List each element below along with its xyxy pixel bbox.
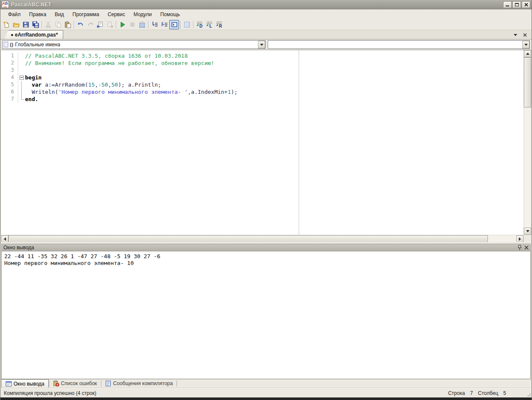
save-button[interactable] [21, 20, 31, 29]
tab-error-list[interactable]: Список ошибок [49, 379, 101, 388]
code-line[interactable]: 1// PascalABC.NET 3.3.5, сборка 1636 от … [1, 52, 524, 59]
tab-compiler-messages[interactable]: Сообщения компилятора [101, 379, 177, 388]
scroll-left-button[interactable] [1, 235, 8, 242]
code-line[interactable]: 3 [1, 67, 524, 74]
menu-file[interactable]: Файл [4, 10, 25, 19]
svg-text:B: B [5, 1, 8, 6]
page-forward-button[interactable] [105, 20, 115, 29]
vertical-scroll-thumb[interactable] [524, 57, 531, 107]
run-button[interactable] [118, 20, 127, 29]
tab-close-button[interactable] [521, 32, 528, 38]
code-line[interactable]: 5 var a:=ArrRandom(15,-50,50); a.Println… [1, 81, 524, 88]
horizontal-scroll-thumb[interactable] [8, 235, 488, 242]
step-into-icon [151, 21, 158, 28]
stop-button[interactable] [127, 20, 137, 29]
line-number: 1 [1, 52, 18, 59]
tab-output-window[interactable]: Окно вывода [1, 379, 49, 388]
array-r-button[interactable]: R [214, 20, 224, 29]
scroll-up-button[interactable] [524, 50, 531, 57]
chevron-down-icon [514, 34, 517, 36]
scope-page-icon [3, 42, 9, 48]
page-back-button[interactable] [95, 20, 105, 29]
scope-combobox[interactable]: {} Глобальные имена [2, 40, 266, 49]
step-over-button[interactable] [160, 20, 169, 29]
minimize-button[interactable] [503, 1, 512, 8]
console-toggle-button[interactable] [169, 20, 179, 29]
member-combobox[interactable] [268, 40, 530, 49]
code-text: var a:=ArrRandom(15,-50,50); a.Println; [25, 81, 161, 88]
scroll-down-button[interactable] [524, 228, 531, 235]
fold-margin [18, 59, 25, 67]
minimize-icon [506, 6, 509, 6]
code-lines[interactable]: 1// PascalABC.NET 3.3.5, сборка 1636 от … [1, 50, 524, 235]
step-into-button[interactable] [150, 20, 160, 29]
menu-view[interactable]: Вид [50, 10, 68, 19]
toolbar-separator [148, 21, 148, 28]
letter-d-icon: D [196, 21, 203, 28]
compile-button[interactable] [137, 20, 147, 29]
step-over-icon [161, 21, 168, 28]
cut-button[interactable] [43, 20, 53, 29]
line-number: 4 [1, 74, 18, 81]
resize-grip[interactable] [526, 392, 530, 396]
toolbar-separator [193, 21, 193, 28]
chevron-down-icon [260, 44, 263, 46]
fold-margin [18, 52, 25, 59]
close-button[interactable] [522, 1, 530, 8]
tab-list-dropdown-button[interactable] [512, 32, 519, 38]
bottom-edge [0, 397, 532, 400]
chevron-down-icon [524, 44, 528, 46]
save-all-button[interactable] [31, 20, 40, 29]
line-number: 2 [1, 59, 18, 67]
menu-service[interactable]: Сервис [104, 10, 129, 19]
maximize-button[interactable] [512, 1, 521, 8]
editor-vertical-scrollbar[interactable] [524, 50, 531, 235]
code-editor: 1// PascalABC.NET 3.3.5, сборка 1636 от … [1, 50, 531, 235]
scope-combobox-arrow-button[interactable] [258, 41, 265, 48]
open-folder-icon [13, 21, 20, 28]
error-list-icon [53, 380, 59, 386]
menu-help[interactable]: Помощь [156, 10, 184, 19]
pin-icon[interactable] [518, 245, 522, 250]
undo-button[interactable] [76, 20, 85, 29]
close-icon[interactable] [524, 245, 529, 250]
scroll-right-button[interactable] [516, 235, 524, 242]
output-window-icon [6, 381, 12, 387]
code-line[interactable]: 7end. [1, 96, 524, 103]
open-file-button[interactable] [11, 20, 21, 29]
menu-program[interactable]: Программа [68, 10, 104, 19]
redo-icon [87, 21, 94, 28]
compiler-messages-icon [105, 380, 112, 386]
app-window: A B .net PascalABC.NET Файл Правка Вид П… [0, 0, 532, 400]
fold-marker[interactable] [18, 74, 25, 81]
array-d-button[interactable]: D [195, 20, 204, 29]
paste-button[interactable] [63, 20, 73, 29]
save-icon [22, 21, 29, 28]
new-file-button[interactable] [1, 20, 11, 29]
copy-button[interactable] [53, 20, 63, 29]
menu-edit[interactable]: Правка [25, 10, 51, 19]
output-panel-title: Окно вывода [3, 245, 34, 251]
status-line-label: Строка [448, 390, 465, 396]
toolbar-separator [42, 21, 42, 28]
tab-earrrandom[interactable]: eArrRandom.pas* [4, 30, 63, 39]
editor-horizontal-scrollbar[interactable] [1, 235, 524, 242]
code-text: Writeln('Номер первого минимального элем… [25, 88, 238, 96]
editor-guide-line [299, 50, 299, 235]
arrow-down-icon [526, 230, 529, 232]
code-text: begin [25, 74, 42, 81]
code-line[interactable]: 4begin [1, 74, 524, 81]
new-file-icon [3, 21, 10, 28]
menu-modules[interactable]: Модули [129, 10, 156, 19]
calculator-icon [139, 21, 146, 28]
code-line[interactable]: 6 Writeln('Номер первого минимального эл… [1, 88, 524, 96]
letter-l-icon: L [206, 21, 213, 28]
status-col-value: 5 [503, 390, 506, 396]
output-line: 22 -44 11 -35 32 26 1 -47 27 -48 -5 19 3… [4, 253, 528, 260]
member-combobox-arrow-button[interactable] [522, 41, 529, 48]
array-l-button[interactable]: L [204, 20, 214, 29]
redo-button[interactable] [85, 20, 95, 29]
code-line[interactable]: 2// Внимание! Если программа не работает… [1, 59, 524, 67]
status-bar: Компиляция прошла успешно (4 строк) Стро… [0, 388, 532, 397]
structure-button[interactable] [182, 20, 192, 29]
